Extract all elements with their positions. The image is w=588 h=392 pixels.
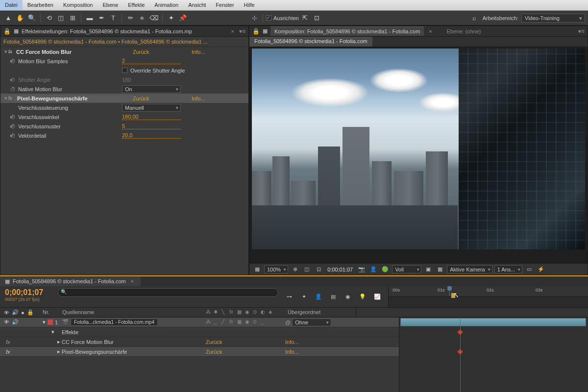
- stopwatch-icon[interactable]: ⏱: [10, 58, 16, 64]
- views-select[interactable]: 1 Ans...: [494, 265, 523, 273]
- hand-tool-icon[interactable]: ✋: [15, 13, 25, 24]
- eye-icon[interactable]: 👁: [4, 319, 9, 325]
- twirl-icon[interactable]: ▸: [3, 58, 10, 64]
- effect-name-pixel-motion-blur[interactable]: Pixel-Bewegungsunschärfe: [15, 95, 133, 102]
- text-tool-icon[interactable]: T: [108, 13, 119, 24]
- mask-icon[interactable]: ◫: [302, 265, 312, 274]
- eye-column-icon[interactable]: 👁: [4, 310, 9, 316]
- composition-viewer[interactable]: [249, 47, 588, 263]
- timeline-bars-area[interactable]: [399, 318, 588, 392]
- effect-row-cc-force[interactable]: fx ▸ CC Force Motion Blur Zurück Info...: [0, 337, 399, 347]
- comp-inner-tab[interactable]: Fotolia_50584896 © stockmedia1 - Fotolia…: [249, 37, 372, 47]
- column-source[interactable]: Quellenname: [60, 308, 203, 317]
- native-motion-blur-select[interactable]: On: [122, 85, 181, 93]
- val-vektordetail[interactable]: 20,0: [122, 132, 181, 139]
- panel-menu-icon[interactable]: ▾≡: [239, 28, 245, 35]
- align-checkbox[interactable]: [266, 15, 271, 21]
- menu-datei[interactable]: Datei: [0, 0, 23, 10]
- draft3d-icon[interactable]: ✦: [299, 293, 309, 301]
- puppet-tool-icon[interactable]: 📌: [177, 13, 188, 24]
- transparency-grid-icon[interactable]: ▩: [435, 265, 445, 274]
- zoom-select[interactable]: 100%: [264, 265, 288, 273]
- menu-ansicht[interactable]: Ansicht: [183, 0, 211, 10]
- eraser-tool-icon[interactable]: ⌫: [148, 13, 159, 24]
- timeline-tab[interactable]: ▦ Fotolia_50584896 © stockmedia1 - Fotol…: [0, 277, 141, 286]
- time-ruler[interactable]: :00s 01s 02s 03s ↖: [388, 286, 588, 307]
- layer-row-1[interactable]: 👁🔊 ▾1 🎬Fotolia...ckmedia1 - Fotolia.com.…: [0, 318, 399, 327]
- zoom-tool-icon[interactable]: 🔍: [26, 13, 37, 24]
- effect-name-cc-force[interactable]: CC Force Motion Blur: [15, 49, 133, 55]
- timeline-search-input[interactable]: [58, 288, 278, 297]
- twirl-icon[interactable]: ▸: [3, 114, 10, 120]
- motion-blur-icon[interactable]: ◉: [343, 293, 353, 301]
- playhead[interactable]: [449, 286, 450, 296]
- lock-icon[interactable]: 🔒: [3, 28, 11, 35]
- speaker-icon[interactable]: 🔊: [12, 319, 19, 325]
- fast-preview-icon[interactable]: ⚡: [536, 265, 546, 274]
- workspace-select[interactable]: Video-Training: [521, 14, 585, 23]
- speaker-column-icon[interactable]: 🔊: [12, 309, 19, 316]
- parent-select[interactable]: Ohne: [292, 318, 331, 326]
- comp-panel-title[interactable]: Komposition: Fotolia_50584896 © stockmed…: [270, 26, 424, 36]
- snapshot-icon[interactable]: 📷: [357, 265, 367, 274]
- twirl-icon[interactable]: ▸: [3, 123, 10, 129]
- timeline-info-link[interactable]: Info...: [285, 339, 299, 345]
- brainstorm-icon[interactable]: 💡: [358, 293, 368, 301]
- roto-tool-icon[interactable]: ✦: [166, 13, 176, 24]
- guides-icon[interactable]: ⊡: [314, 265, 323, 274]
- menu-ebene[interactable]: Ebene: [98, 0, 123, 10]
- camera-tool-icon[interactable]: ◫: [55, 13, 66, 24]
- effect-row-pixel-motion-blur[interactable]: fx ▸ Pixel-Bewegungsunschärfe Zurück Inf…: [0, 347, 399, 357]
- menu-bearbeiten[interactable]: Bearbeiten: [23, 0, 58, 10]
- timeline-reset-link[interactable]: Zurück: [206, 349, 222, 355]
- twirl-icon[interactable]: ▸: [3, 132, 10, 139]
- effect-info[interactable]: Info...: [192, 96, 205, 101]
- grid-icon[interactable]: ▦: [252, 265, 262, 274]
- twirl-icon[interactable]: ▸: [43, 339, 60, 345]
- twirl-icon[interactable]: ▸: [43, 348, 60, 355]
- pickwhip-icon[interactable]: @: [285, 319, 291, 325]
- lock-column-icon[interactable]: 🔒: [27, 309, 34, 316]
- snap-icon[interactable]: ⇱: [300, 13, 311, 24]
- val-motion-blur-samples[interactable]: 2: [122, 58, 181, 64]
- search-help-icon[interactable]: ⌕: [469, 13, 480, 24]
- snap-edge-icon[interactable]: ⊡: [312, 13, 322, 24]
- graph-editor-icon[interactable]: 📈: [372, 293, 382, 301]
- clone-tool-icon[interactable]: ⎆: [137, 13, 147, 24]
- column-parent[interactable]: Übergeordnet: [285, 308, 356, 317]
- twirl-icon[interactable]: ▾: [43, 319, 46, 325]
- resolution-select[interactable]: Voll: [392, 265, 421, 273]
- pen-tool-icon[interactable]: ✒: [96, 13, 107, 24]
- channel-icon[interactable]: 👤: [368, 265, 378, 274]
- comp-mini-flowchart-icon[interactable]: ⊶: [284, 293, 294, 301]
- panel-menu-icon[interactable]: ▾≡: [578, 28, 585, 35]
- timeline-reset-link[interactable]: Zurück: [206, 339, 222, 345]
- timecode-display[interactable]: 0;00;01;07 00037 (29.97 fps): [0, 286, 58, 307]
- timeline-info-link[interactable]: Info...: [285, 349, 299, 355]
- pixel-aspect-icon[interactable]: ▭: [524, 265, 534, 274]
- effect-info[interactable]: Info...: [192, 49, 205, 55]
- comp-breadcrumb[interactable]: Fotolia_50584896 © stockmedia1 - Fotolia…: [0, 37, 248, 47]
- twirl-icon[interactable]: ▾: [3, 95, 8, 101]
- roi-icon[interactable]: ▣: [423, 265, 433, 274]
- frame-blend-icon[interactable]: ▤: [328, 293, 338, 301]
- stopwatch-icon[interactable]: ⏱: [10, 86, 16, 92]
- timeline-tab-close[interactable]: ×: [129, 278, 136, 285]
- val-verschlussmuster[interactable]: 5: [122, 123, 181, 129]
- menu-effekte[interactable]: Effekte: [123, 0, 149, 10]
- rect-tool-icon[interactable]: ▬: [84, 13, 95, 24]
- stopwatch-icon[interactable]: ⏱: [10, 133, 16, 139]
- layer-source-name[interactable]: Fotolia...ckmedia1 - Fotolia.com.mp4: [71, 318, 158, 326]
- fx-badge-icon[interactable]: fx: [8, 96, 15, 101]
- current-time[interactable]: 0;00;01;07: [325, 267, 355, 272]
- stopwatch-icon[interactable]: ⏱: [10, 123, 16, 129]
- effect-reset[interactable]: Zurück: [133, 49, 192, 55]
- menu-hilfe[interactable]: Hilfe: [239, 0, 260, 10]
- layer-panel-title[interactable]: Ebene: (ohne): [447, 28, 481, 34]
- twirl-icon[interactable]: ▾: [3, 49, 8, 55]
- rotation-tool-icon[interactable]: ⟲: [44, 13, 54, 24]
- comp-tab-close[interactable]: ×: [427, 28, 434, 34]
- selection-tool-icon[interactable]: ▲: [3, 13, 14, 24]
- menu-animation[interactable]: Animation: [149, 0, 183, 10]
- menu-komposition[interactable]: Komposition: [58, 0, 98, 10]
